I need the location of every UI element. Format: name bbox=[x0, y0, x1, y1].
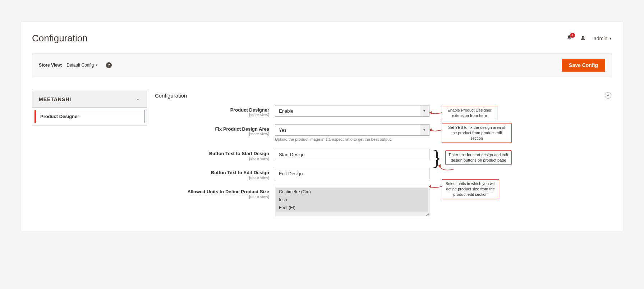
unit-option[interactable]: Inch bbox=[276, 196, 428, 204]
row-units: Allowed Units to Define Product Size [st… bbox=[154, 187, 612, 216]
page-header: Configuration 1 admin ▼ bbox=[32, 33, 612, 44]
brace-icon: } bbox=[432, 150, 442, 165]
config-sidebar: MEETANSHI ︿ Product Designer bbox=[32, 91, 147, 216]
callout-buttons: Enter text for start design and edit des… bbox=[445, 150, 512, 165]
config-main: Configuration ᐱ Product Designer [store … bbox=[154, 91, 612, 216]
multiselect-units[interactable]: Centimetre (Cm) Inch Feet (Ft) bbox=[275, 187, 429, 216]
sidebar-group-items: Product Designer bbox=[32, 108, 147, 126]
save-config-button[interactable]: Save Config bbox=[562, 59, 605, 72]
config-panel: Configuration 1 admin ▼ Store View: Defa… bbox=[21, 22, 623, 231]
store-view-select[interactable]: Default Config ▼ bbox=[66, 63, 98, 68]
label-btn-edit: Button Text to Edit Design bbox=[211, 170, 269, 175]
row-product-designer: Product Designer [store view] Enable ▼ bbox=[154, 105, 612, 117]
resize-handle-icon[interactable] bbox=[425, 212, 429, 216]
notification-count-badge: 1 bbox=[570, 33, 575, 38]
select-value: Yes bbox=[279, 127, 286, 133]
scope-hint: [store view] bbox=[154, 132, 269, 136]
store-view-value: Default Config bbox=[66, 63, 94, 68]
help-icon[interactable]: ? bbox=[106, 62, 112, 68]
store-view-label: Store View: bbox=[39, 63, 62, 68]
collapse-icon[interactable]: ᐱ bbox=[605, 92, 611, 99]
callout-units: Select units in which you will define pr… bbox=[442, 179, 499, 199]
caret-down-icon: ▼ bbox=[95, 64, 98, 67]
sidebar-group-meetanshi[interactable]: MEETANSHI ︿ bbox=[32, 91, 147, 108]
scope-hint: [store view] bbox=[154, 156, 269, 161]
scope-hint: [store view] bbox=[154, 113, 269, 117]
dropdown-icon: ▼ bbox=[420, 105, 428, 116]
row-btn-start: Button Text to Start Design [store view] bbox=[154, 149, 612, 161]
config-body: MEETANSHI ︿ Product Designer Configurati… bbox=[32, 91, 612, 216]
unit-option[interactable]: Centimetre (Cm) bbox=[276, 188, 428, 196]
sidebar-group-label: MEETANSHI bbox=[39, 96, 71, 102]
caret-down-icon: ▼ bbox=[609, 37, 612, 40]
select-product-designer[interactable]: Enable ▼ bbox=[275, 105, 429, 117]
label-units: Allowed Units to Define Product Size bbox=[187, 189, 269, 194]
section-header[interactable]: Configuration ᐱ bbox=[154, 91, 612, 105]
label-btn-start: Button Text to Start Design bbox=[209, 151, 269, 156]
admin-user-menu[interactable]: admin ▼ bbox=[594, 36, 612, 41]
scope-hint: [store view] bbox=[154, 194, 269, 199]
callout-enable: Enable Product Designer extension from h… bbox=[442, 106, 497, 120]
label-product-designer: Product Designer bbox=[230, 107, 269, 113]
notifications-button[interactable]: 1 bbox=[566, 35, 572, 42]
sidebar-item-product-designer[interactable]: Product Designer bbox=[34, 110, 144, 123]
scope-hint: [store view] bbox=[154, 175, 269, 180]
page-title: Configuration bbox=[32, 33, 88, 44]
store-view-switcher: Store View: Default Config ▼ ? bbox=[39, 62, 112, 68]
input-btn-start[interactable] bbox=[275, 149, 429, 160]
input-btn-edit[interactable] bbox=[275, 168, 429, 179]
row-fix-area: Fix Product Design Area [store view] Yes… bbox=[154, 124, 612, 141]
user-icon[interactable] bbox=[580, 35, 586, 42]
chevron-up-icon: ︿ bbox=[136, 96, 140, 102]
header-actions: 1 admin ▼ bbox=[566, 35, 612, 42]
label-fix-area: Fix Product Design Area bbox=[215, 126, 270, 132]
config-toolbar: Store View: Default Config ▼ ? Save Conf… bbox=[32, 53, 612, 77]
select-fix-area[interactable]: Yes ▼ bbox=[275, 124, 429, 136]
admin-user-label: admin bbox=[594, 36, 607, 41]
dropdown-icon: ▼ bbox=[420, 125, 428, 135]
row-btn-edit: Button Text to Edit Design [store view] bbox=[154, 168, 612, 180]
select-value: Enable bbox=[279, 108, 293, 114]
unit-option[interactable]: Feet (Ft) bbox=[276, 204, 428, 212]
callout-fix-area: Set YES to fix the design area of the pr… bbox=[442, 123, 512, 143]
section-title: Configuration bbox=[155, 92, 187, 99]
hint-fix-area: Upload the product image in 1:1 aspect r… bbox=[275, 137, 429, 141]
